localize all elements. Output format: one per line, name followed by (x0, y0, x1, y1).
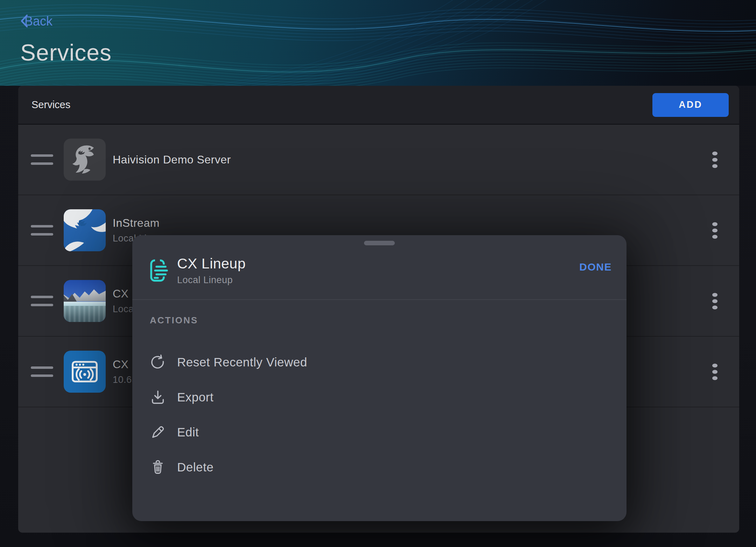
drag-handle-icon[interactable] (31, 225, 53, 236)
trash-icon (150, 459, 166, 475)
action-label: Reset Recently Viewed (177, 355, 307, 369)
page-title: Services (20, 39, 112, 66)
row-menu-kebab-icon[interactable] (708, 361, 721, 382)
lineup-clipboard-icon (150, 259, 168, 282)
broadcast-window-icon (64, 351, 106, 393)
modal-divider (132, 299, 626, 300)
drag-handle-icon[interactable] (31, 154, 53, 165)
action-edit[interactable]: Edit (150, 415, 606, 450)
panel-header: Services ADD (18, 86, 739, 125)
row-menu-kebab-icon[interactable] (708, 220, 721, 241)
actions-section-label: ACTIONS (150, 315, 198, 326)
actions-list: Reset Recently Viewed Export (150, 345, 606, 485)
download-icon (150, 389, 166, 405)
back-label: Back (24, 14, 52, 29)
drag-handle-icon[interactable] (31, 366, 53, 377)
action-delete[interactable]: Delete (150, 450, 606, 485)
done-button[interactable]: DONE (579, 261, 612, 273)
service-title: Haivision Demo Server (113, 153, 231, 166)
glacier-photo-thumbnail (64, 280, 106, 322)
services-screen: Back Services Services ADD Haivision Dem… (0, 0, 756, 547)
lineup-actions-modal: CX Lineup Local Lineup DONE ACTIONS Rese… (132, 235, 626, 521)
service-row-haivision-demo-server[interactable]: Haivision Demo Server (18, 125, 739, 195)
pencil-icon (150, 424, 166, 440)
refresh-icon (150, 354, 166, 370)
add-button[interactable]: ADD (652, 93, 729, 117)
back-button[interactable]: Back (20, 14, 52, 29)
action-label: Edit (177, 425, 199, 439)
sheet-drag-handle[interactable] (364, 241, 395, 245)
row-menu-kebab-icon[interactable] (708, 149, 721, 170)
service-title: InStream (113, 217, 168, 230)
action-label: Export (177, 390, 214, 404)
row-menu-kebab-icon[interactable] (708, 290, 721, 311)
modal-title: CX Lineup (177, 255, 246, 272)
action-reset-recently-viewed[interactable]: Reset Recently Viewed (150, 345, 606, 380)
action-label: Delete (177, 460, 214, 474)
hero-background: Back Services (0, 0, 756, 86)
action-export[interactable]: Export (150, 380, 606, 415)
instream-shark-icon (64, 209, 106, 251)
modal-header: CX Lineup Local Lineup (150, 255, 246, 286)
wave-pattern (0, 0, 756, 86)
drag-handle-icon[interactable] (31, 296, 53, 306)
haivision-shark-icon (64, 139, 106, 181)
modal-subtitle: Local Lineup (177, 275, 246, 286)
panel-header-label: Services (31, 99, 70, 111)
